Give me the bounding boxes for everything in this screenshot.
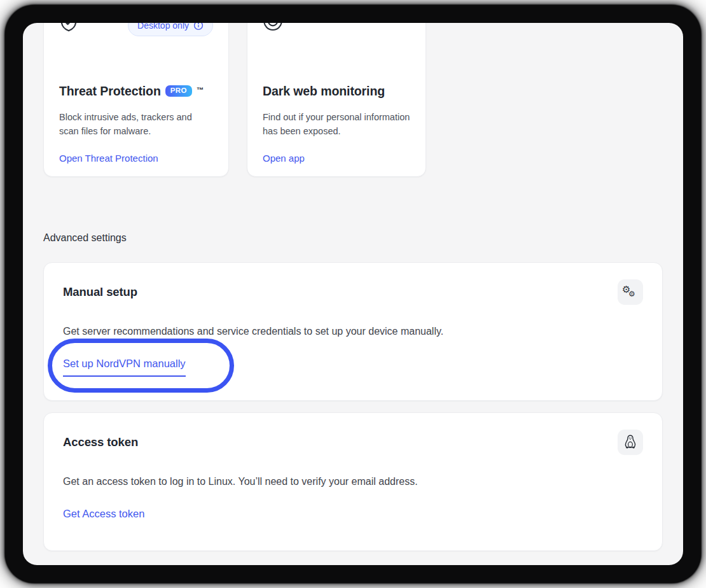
threat-protection-title: Threat Protection PRO ™ bbox=[59, 83, 213, 99]
title-text: Dark web monitoring bbox=[263, 83, 385, 99]
title-text: Threat Protection bbox=[59, 83, 161, 99]
trademark-symbol: ™ bbox=[197, 81, 204, 98]
feature-cards-row: Desktop only Threat Protection bbox=[43, 23, 663, 177]
torn-screenshot-border: Desktop only Threat Protection bbox=[5, 5, 701, 583]
desktop-only-badge[interactable]: Desktop only bbox=[128, 23, 213, 36]
page-content: Desktop only Threat Protection bbox=[23, 23, 683, 551]
manual-setup-description: Get server recommendations and service c… bbox=[63, 324, 643, 339]
threat-protection-description: Block intrusive ads, trackers and scan f… bbox=[59, 110, 213, 138]
threat-protection-card: Desktop only Threat Protection bbox=[43, 23, 229, 177]
setup-nordvpn-manually-link[interactable]: Set up NordVPN manually bbox=[63, 358, 186, 377]
card-header: Manual setup ⚙⚙ bbox=[63, 279, 643, 305]
gears-glyphs: ⚙⚙ bbox=[622, 284, 639, 300]
open-threat-protection-link[interactable]: Open Threat Protection bbox=[59, 153, 158, 164]
desktop-only-label: Desktop only bbox=[137, 23, 189, 31]
manual-setup-title: Manual setup bbox=[63, 285, 137, 299]
linux-penguin-icon bbox=[618, 430, 643, 455]
info-icon bbox=[193, 23, 204, 31]
card-icon-row bbox=[263, 23, 410, 36]
access-token-description: Get an access token to log in to Linux. … bbox=[63, 474, 643, 489]
gears-icon: ⚙⚙ bbox=[618, 279, 643, 305]
shield-check-icon bbox=[59, 23, 78, 36]
dark-web-monitoring-title: Dark web monitoring bbox=[263, 83, 410, 99]
radar-circle-icon bbox=[263, 23, 283, 36]
dark-web-monitoring-card: Dark web monitoring Find out if your per… bbox=[247, 23, 426, 177]
card-header: Access token bbox=[63, 430, 643, 455]
manual-setup-card: Manual setup ⚙⚙ Get server recommendatio… bbox=[43, 262, 663, 401]
nordvpn-settings-page: Desktop only Threat Protection bbox=[23, 23, 683, 565]
dark-web-monitoring-description: Find out if your personal information ha… bbox=[263, 110, 410, 138]
open-app-link[interactable]: Open app bbox=[263, 153, 305, 164]
card-icon-row: Desktop only bbox=[59, 23, 213, 36]
access-token-card: Access token Get an access token to log … bbox=[43, 412, 663, 551]
pro-badge: PRO bbox=[165, 85, 192, 97]
access-token-title: Access token bbox=[63, 435, 138, 449]
get-access-token-link[interactable]: Get Access token bbox=[63, 508, 144, 520]
advanced-settings-heading: Advanced settings bbox=[43, 232, 663, 244]
